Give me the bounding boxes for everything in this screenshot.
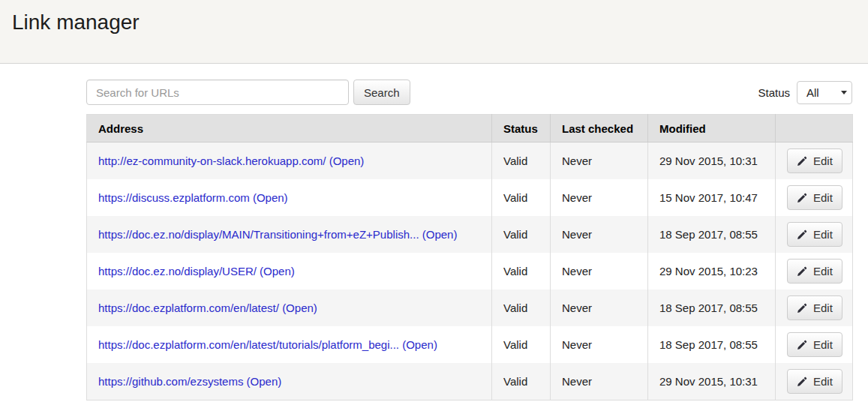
pencil-icon <box>797 193 807 203</box>
edit-button[interactable]: Edit <box>787 369 842 394</box>
actions-cell: Edit <box>776 326 853 363</box>
edit-button[interactable]: Edit <box>787 185 842 210</box>
table-row: https://doc.ezplatform.com/en/latest/tut… <box>87 326 853 363</box>
chevron-down-icon <box>841 91 847 94</box>
url-link[interactable]: https://doc.ez.no/display/MAIN/Transitio… <box>98 228 419 241</box>
search-input[interactable] <box>86 80 349 105</box>
url-link[interactable]: https://discuss.ezplatform.com <box>98 191 250 204</box>
open-link[interactable]: (Open) <box>253 191 288 204</box>
modified-cell: 18 Sep 2017, 08:55 <box>648 216 776 253</box>
pencil-icon <box>797 340 807 350</box>
modified-cell: 18 Sep 2017, 08:55 <box>648 326 776 363</box>
url-link[interactable]: https://github.com/ezsystems <box>98 375 243 388</box>
links-table: Address Status Last checked Modified htt… <box>86 114 853 400</box>
edit-button-label: Edit <box>813 302 833 314</box>
open-link[interactable]: (Open) <box>422 228 458 241</box>
edit-button-label: Edit <box>813 191 833 204</box>
status-cell: Valid <box>492 290 551 326</box>
edit-button[interactable]: Edit <box>787 332 842 357</box>
actions-cell: Edit <box>776 363 853 400</box>
last-checked-cell: Never <box>551 363 648 400</box>
modified-cell: 29 Nov 2015, 10:31 <box>648 142 776 180</box>
pencil-icon <box>797 230 807 240</box>
status-cell: Valid <box>492 363 551 400</box>
pencil-icon <box>797 156 807 166</box>
actions-cell: Edit <box>776 179 853 216</box>
table-row: http://ez-community-on-slack.herokuapp.c… <box>87 142 853 180</box>
actions-cell: Edit <box>776 290 853 326</box>
modified-cell: 29 Nov 2015, 10:31 <box>648 363 776 400</box>
edit-button[interactable]: Edit <box>787 259 842 284</box>
edit-button[interactable]: Edit <box>787 222 842 247</box>
open-link[interactable]: (Open) <box>260 265 295 278</box>
table-header-row: Address Status Last checked Modified <box>87 115 853 142</box>
column-header-modified: Modified <box>648 115 776 142</box>
table-row: https://github.com/ezsystems (Open) Vali… <box>87 363 853 400</box>
edit-button[interactable]: Edit <box>787 148 842 173</box>
page-header: Link manager <box>0 0 868 64</box>
address-cell: https://github.com/ezsystems (Open) <box>87 363 492 400</box>
modified-cell: 18 Sep 2017, 08:55 <box>648 290 776 326</box>
pencil-icon <box>797 266 807 277</box>
table-row: https://discuss.ezplatform.com (Open) Va… <box>87 179 853 216</box>
last-checked-cell: Never <box>551 253 648 290</box>
address-cell: https://doc.ez.no/display/USER/ (Open) <box>87 253 492 290</box>
modified-cell: 15 Nov 2017, 10:47 <box>648 179 776 216</box>
actions-cell: Edit <box>776 253 853 290</box>
status-filter-value: All <box>806 86 819 99</box>
url-link[interactable]: http://ez-community-on-slack.herokuapp.c… <box>98 154 326 167</box>
address-cell: https://doc.ezplatform.com/en/latest/ (O… <box>87 290 492 326</box>
last-checked-cell: Never <box>551 326 648 363</box>
actions-cell: Edit <box>776 142 853 180</box>
toolbar: Search Status All <box>86 80 852 105</box>
last-checked-cell: Never <box>551 142 648 180</box>
address-cell: https://discuss.ezplatform.com (Open) <box>87 179 492 216</box>
column-header-last-checked: Last checked <box>551 115 648 142</box>
url-link[interactable]: https://doc.ez.no/display/USER/ <box>98 265 257 278</box>
table-row: https://doc.ez.no/display/MAIN/Transitio… <box>87 216 853 253</box>
status-filter-label: Status <box>758 86 790 99</box>
url-link[interactable]: https://doc.ezplatform.com/en/latest/ <box>98 302 279 314</box>
pencil-icon <box>797 376 807 387</box>
table-row: https://doc.ez.no/display/USER/ (Open) V… <box>87 253 853 290</box>
edit-button-label: Edit <box>813 375 833 388</box>
open-link[interactable]: (Open) <box>282 302 317 314</box>
open-link[interactable]: (Open) <box>402 338 437 351</box>
address-cell: http://ez-community-on-slack.herokuapp.c… <box>87 142 492 180</box>
status-cell: Valid <box>492 253 551 290</box>
column-header-address: Address <box>87 115 492 142</box>
status-filter-select[interactable]: All <box>797 81 852 104</box>
column-header-status: Status <box>492 115 551 142</box>
status-cell: Valid <box>492 216 551 253</box>
open-link[interactable]: (Open) <box>247 375 282 388</box>
table-row: https://doc.ezplatform.com/en/latest/ (O… <box>87 290 853 326</box>
last-checked-cell: Never <box>551 290 648 326</box>
search-button[interactable]: Search <box>353 80 410 105</box>
address-cell: https://doc.ez.no/display/MAIN/Transitio… <box>87 216 492 253</box>
link-manager-content: Search Status All Address Status Last ch… <box>86 80 852 400</box>
edit-button-label: Edit <box>813 265 833 278</box>
address-cell: https://doc.ezplatform.com/en/latest/tut… <box>87 326 492 363</box>
edit-button[interactable]: Edit <box>787 296 842 320</box>
edit-button-label: Edit <box>813 228 833 241</box>
status-cell: Valid <box>492 142 551 180</box>
edit-button-label: Edit <box>813 338 833 351</box>
column-header-actions <box>776 115 853 142</box>
status-cell: Valid <box>492 326 551 363</box>
open-link[interactable]: (Open) <box>329 154 365 167</box>
modified-cell: 29 Nov 2015, 10:23 <box>648 253 776 290</box>
pencil-icon <box>797 303 807 314</box>
status-cell: Valid <box>492 179 551 216</box>
actions-cell: Edit <box>776 216 853 253</box>
last-checked-cell: Never <box>551 216 648 253</box>
page-title: Link manager <box>12 10 856 34</box>
url-link[interactable]: https://doc.ezplatform.com/en/latest/tut… <box>98 338 399 351</box>
last-checked-cell: Never <box>551 179 648 216</box>
edit-button-label: Edit <box>813 154 833 167</box>
